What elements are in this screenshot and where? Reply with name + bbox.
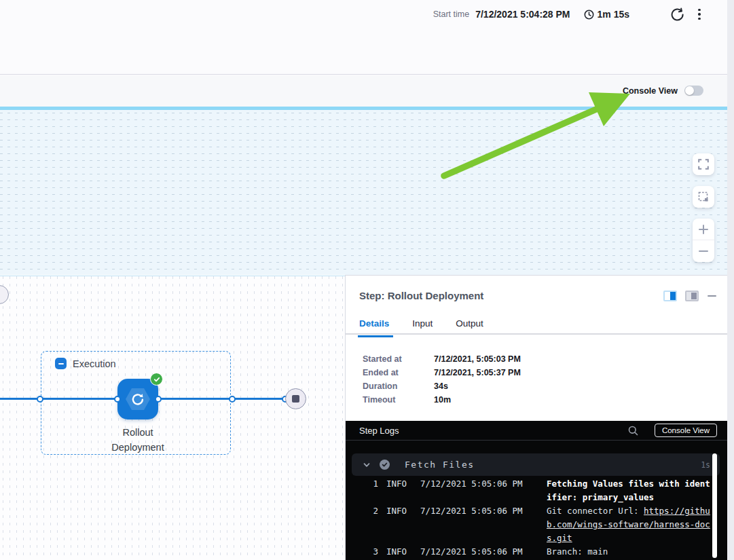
stop-square-icon [292,395,299,403]
fullscreen-icon [698,159,709,170]
split-view-right-icon[interactable] [663,291,677,301]
log-num: 2 [346,504,378,545]
step-logs-section: Step Logs Console View Fetch Files [346,421,727,560]
elapsed-duration: 1m 15s [584,9,629,20]
logs-body: Fetch Files 1s 1INFO7/12/2021 5:05:06 PM… [346,441,727,560]
panel-title: Step: Rollout Deployment [359,290,483,301]
log-time: 7/12/2021 5:05:06 PM [420,504,524,545]
plus-icon [698,224,709,235]
step-node-label-line1: Rollout [84,425,192,440]
log-scrollbar-thumb[interactable] [712,453,717,558]
rollout-step-node[interactable] [117,379,158,419]
minus-icon [58,363,64,365]
refresh-button[interactable] [669,5,686,23]
split-view-bottom-icon[interactable] [685,291,699,301]
log-message: Branch: main [547,545,715,559]
pipeline-canvas-upper[interactable] [0,110,727,275]
elapsed-value: 1m 15s [598,9,629,20]
clock-icon [584,10,594,20]
connector-dot [229,396,236,403]
console-view-label: Console View [623,86,678,96]
start-time-label: Start time [433,10,470,19]
step-logs-header: Step Logs Console View [346,421,727,441]
rollout-refresh-icon [131,392,145,406]
detail-label: Ended at [363,368,434,377]
zoom-out-button[interactable] [693,240,714,262]
marquee-select-icon [698,191,709,202]
log-message: Git connector Url: https://github.com/wi… [547,504,715,545]
connector-dot [37,396,43,403]
log-section-header[interactable]: Fetch Files 1s [352,453,720,476]
step-logs-title: Step Logs [359,426,399,436]
log-level: INFO [386,504,411,545]
fullscreen-button[interactable] [693,153,714,175]
detail-value: 10m [434,395,451,405]
minus-icon [698,246,709,257]
log-line: 1INFO7/12/2021 5:05:06 PMFetching Values… [346,477,727,504]
detail-label: Duration [363,381,434,391]
console-view-toggle[interactable] [684,86,703,96]
detail-value: 7/12/2021, 5:05:03 PM [434,354,521,364]
detail-row: Ended at7/12/2021, 5:05:37 PM [363,366,521,379]
log-lines: 1INFO7/12/2021 5:05:06 PMFetching Values… [346,477,727,559]
stage-toolbar: Console View [0,75,727,107]
marquee-select-button[interactable] [693,186,714,208]
detail-value: 7/12/2021, 5:05:37 PM [434,368,521,377]
check-icon [153,376,160,383]
success-badge-icon [150,373,163,386]
minus-icon [708,295,716,297]
log-num: 1 [346,477,378,504]
connector-dot [155,396,162,403]
detail-value: 34s [434,381,448,391]
detail-row: Duration34s [363,379,521,393]
status-check-icon [380,460,390,470]
connector-dot [114,396,121,403]
hexagon-shape [126,388,150,410]
start-time-value: 7/12/2021 5:04:28 PM [475,9,570,20]
log-section-duration: 1s [701,460,710,470]
chevron-down-icon [363,461,371,469]
log-level: INFO [386,545,411,559]
stop-node[interactable] [285,388,306,409]
log-level: INFO [386,477,411,504]
step-details-list: Started at7/12/2021, 5:05:03 PMEnded at7… [363,352,521,407]
log-time: 7/12/2021 5:05:06 PM [420,545,524,559]
detail-row: Timeout10m [363,393,521,407]
refresh-icon [671,7,684,21]
detail-row: Started at7/12/2021, 5:05:03 PM [363,352,521,366]
kebab-menu-button[interactable] [692,5,707,23]
execution-header: Start time 7/12/2021 5:04:28 PM 1m 15s [0,0,727,75]
zoom-controls [693,219,714,262]
search-icon [628,426,638,436]
tab-divider [346,333,727,335]
collapse-group-button[interactable] [55,358,67,369]
zoom-in-button[interactable] [693,219,714,240]
step-node-label-line2: Deployment [84,440,192,455]
log-search-button[interactable] [628,426,638,436]
page-scrollbar-gutter[interactable] [727,0,734,560]
log-num: 3 [346,545,378,559]
log-time: 7/12/2021 5:05:06 PM [420,477,524,504]
step-node-label: Rollout Deployment [84,425,192,455]
log-line: 3INFO7/12/2021 5:05:06 PMBranch: main [346,545,727,559]
detail-label: Timeout [363,395,434,405]
log-message: Fetching Values files with identifier: p… [547,477,715,504]
console-view-button[interactable]: Console View [655,424,717,437]
detail-label: Started at [363,354,434,364]
step-details-panel: Step: Rollout Deployment DetailsInputOut… [345,275,727,560]
minimize-panel-button[interactable] [707,291,716,301]
log-link[interactable]: https://github.com/wings-software/harnes… [547,506,710,543]
log-section-name: Fetch Files [405,460,475,470]
log-line: 2INFO7/12/2021 5:05:06 PMGit connector U… [346,504,727,545]
toggle-knob [685,86,694,95]
execution-group-label: Execution [73,358,116,369]
pipeline-execution-page: Start time 7/12/2021 5:04:28 PM 1m 15s C… [0,0,734,560]
